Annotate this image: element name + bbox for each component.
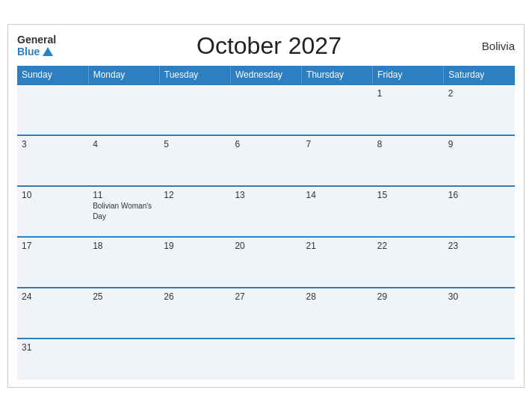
logo-blue-text: Blue xyxy=(17,46,53,58)
day-cell-16: 16 xyxy=(444,186,515,237)
day-cell-empty xyxy=(230,339,301,380)
day-cell-31: 31 xyxy=(17,339,88,380)
day-number: 13 xyxy=(235,190,297,200)
day-cell-19: 19 xyxy=(159,237,230,288)
day-cell-2: 2 xyxy=(444,84,515,135)
day-number: 3 xyxy=(22,139,84,149)
day-cell-empty xyxy=(373,339,444,380)
day-cell-4: 4 xyxy=(88,135,159,186)
day-number: 6 xyxy=(235,139,297,149)
week-row-3: 10 11 Bolivian Woman's Day 12 13 14 15 xyxy=(17,186,515,237)
week-row-2: 3 4 5 6 7 8 9 xyxy=(17,135,515,186)
logo-triangle-icon xyxy=(43,47,53,56)
calendar-table: Sunday Monday Tuesday Wednesday Thursday… xyxy=(17,66,515,380)
week-row-1: 1 2 xyxy=(17,84,515,135)
calendar-container: General Blue October 2027 Bolivia Sunday… xyxy=(7,24,525,388)
day-cell-26: 26 xyxy=(159,288,230,339)
day-number: 5 xyxy=(164,139,226,149)
day-number: 24 xyxy=(22,291,84,302)
day-number: 10 xyxy=(22,190,84,200)
day-cell-22: 22 xyxy=(373,237,444,288)
header-saturday: Saturday xyxy=(444,66,515,84)
day-cell-empty xyxy=(444,339,515,380)
day-cell-14: 14 xyxy=(302,186,373,237)
day-cell-30: 30 xyxy=(444,288,515,339)
day-cell-empty xyxy=(159,84,230,135)
day-number: 9 xyxy=(448,139,510,149)
weekday-header-row: Sunday Monday Tuesday Wednesday Thursday… xyxy=(17,66,515,84)
day-number: 17 xyxy=(22,241,84,251)
day-cell-empty xyxy=(17,84,88,135)
header-tuesday: Tuesday xyxy=(159,66,230,84)
day-number: 11 xyxy=(93,190,155,200)
day-cell-5: 5 xyxy=(159,135,230,186)
week-row-6: 31 xyxy=(17,339,515,380)
day-cell-27: 27 xyxy=(230,288,301,339)
day-cell-24: 24 xyxy=(17,288,88,339)
day-number: 25 xyxy=(93,291,155,302)
day-cell-13: 13 xyxy=(230,186,301,237)
day-number: 23 xyxy=(448,241,510,251)
day-cell-6: 6 xyxy=(230,135,301,186)
day-cell-23: 23 xyxy=(444,237,515,288)
day-cell-3: 3 xyxy=(17,135,88,186)
header-sunday: Sunday xyxy=(17,66,88,84)
day-number: 22 xyxy=(377,241,439,251)
day-cell-17: 17 xyxy=(17,237,88,288)
day-number: 7 xyxy=(306,139,368,149)
day-cell-20: 20 xyxy=(230,237,301,288)
day-number: 18 xyxy=(93,241,155,251)
day-number: 2 xyxy=(448,88,510,99)
day-number: 21 xyxy=(306,241,368,251)
logo-general-text: General xyxy=(17,34,56,46)
week-row-5: 24 25 26 27 28 29 30 xyxy=(17,288,515,339)
event-bolivian-womans-day: Bolivian Woman's Day xyxy=(93,202,152,220)
calendar-header: General Blue October 2027 Bolivia xyxy=(17,32,515,60)
day-cell-empty xyxy=(88,339,159,380)
day-number: 15 xyxy=(377,190,439,200)
day-cell-9: 9 xyxy=(444,135,515,186)
day-number: 14 xyxy=(306,190,368,200)
day-cell-21: 21 xyxy=(302,237,373,288)
day-cell-empty xyxy=(302,339,373,380)
header-friday: Friday xyxy=(373,66,444,84)
day-cell-empty xyxy=(159,339,230,380)
day-number: 30 xyxy=(448,291,510,302)
day-number: 27 xyxy=(235,291,297,302)
day-number: 31 xyxy=(22,342,84,353)
day-cell-11: 11 Bolivian Woman's Day xyxy=(88,186,159,237)
day-cell-15: 15 xyxy=(373,186,444,237)
week-row-4: 17 18 19 20 21 22 23 xyxy=(17,237,515,288)
day-number: 4 xyxy=(93,139,155,149)
country-label: Bolivia xyxy=(482,40,515,52)
day-cell-10: 10 xyxy=(17,186,88,237)
day-number: 12 xyxy=(164,190,226,200)
logo: General Blue xyxy=(17,34,56,58)
day-number: 1 xyxy=(377,88,439,99)
day-number: 19 xyxy=(164,241,226,251)
day-cell-25: 25 xyxy=(88,288,159,339)
day-cell-7: 7 xyxy=(302,135,373,186)
day-number: 8 xyxy=(377,139,439,149)
day-number: 16 xyxy=(448,190,510,200)
day-cell-18: 18 xyxy=(88,237,159,288)
day-cell-8: 8 xyxy=(373,135,444,186)
day-cell-empty xyxy=(230,84,301,135)
header-wednesday: Wednesday xyxy=(230,66,301,84)
day-cell-empty xyxy=(302,84,373,135)
day-number: 26 xyxy=(164,291,226,302)
calendar-title: October 2027 xyxy=(197,32,341,60)
day-cell-1: 1 xyxy=(373,84,444,135)
day-cell-12: 12 xyxy=(159,186,230,237)
day-number: 29 xyxy=(377,291,439,302)
day-cell-empty xyxy=(88,84,159,135)
day-cell-29: 29 xyxy=(373,288,444,339)
header-thursday: Thursday xyxy=(302,66,373,84)
header-monday: Monday xyxy=(88,66,159,84)
day-number: 20 xyxy=(235,241,297,251)
day-number: 28 xyxy=(306,291,368,302)
day-cell-28: 28 xyxy=(302,288,373,339)
